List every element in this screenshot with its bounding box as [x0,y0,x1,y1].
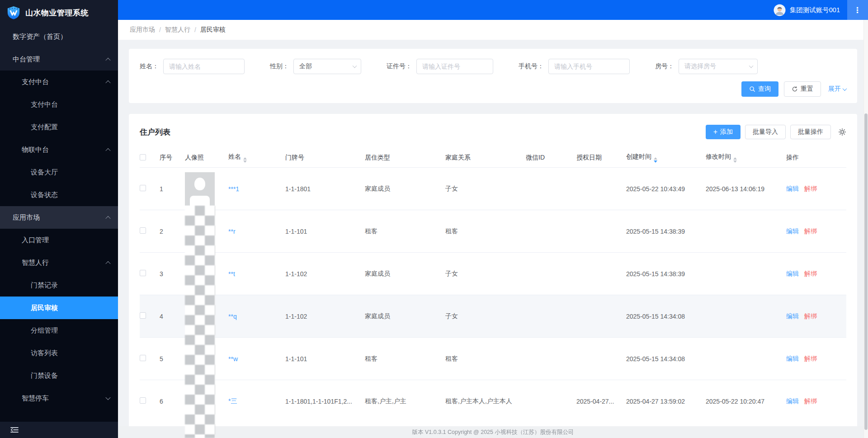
column-header-name[interactable]: 姓名 [228,153,285,163]
header-more-button[interactable]: ⋮ [847,0,868,20]
cell-family_relation: 租客,户主本人,户主本人 [445,397,526,405]
table-row: 2**r1-1-101租客租客2025-05-15 14:38:39编辑解绑 [140,210,846,252]
sidebar-item-access-devices[interactable]: 门禁设备 [0,364,118,387]
row-checkbox[interactable] [140,397,146,404]
sidebar-item-digital-assets-home[interactable]: 数字资产（首页） [0,25,118,48]
cell-actions: 编辑解绑 [786,270,846,278]
resident-name-link[interactable]: ***1 [228,185,239,193]
phone-filter-input[interactable] [548,59,630,74]
sidebar-item-payment-config[interactable]: 支付配置 [0,116,118,138]
room-filter-select[interactable]: 请选择房号 [679,59,758,74]
name-filter-input[interactable] [163,59,245,74]
expand-filters-link[interactable]: 展开 [828,85,846,93]
breadcrumb-item[interactable]: 智慧人行 [165,26,190,34]
column-label: 创建时间 [626,153,651,160]
search-icon [749,86,755,92]
row-checkbox[interactable] [140,227,146,234]
unbind-link[interactable]: 解绑 [804,270,817,277]
sidebar-item-device-status[interactable]: 设备状态 [0,184,118,206]
cell-residence_type: 租客 [365,227,445,235]
row-select-cell [140,355,160,363]
version-copyright-text: 版本 V1.0.3.1 Copyright @ 2025 小视科技（江苏）股份有… [412,429,574,436]
unbind-link[interactable]: 解绑 [804,227,817,235]
window-scrollbar[interactable] [863,20,868,438]
resident-name-link[interactable]: *三 [228,397,237,405]
unbind-link[interactable]: 解绑 [804,355,817,362]
cell-actions: 编辑解绑 [786,397,846,405]
cell-actions: 编辑解绑 [786,227,846,235]
column-header-created_at[interactable]: 创建时间 [626,153,706,163]
edit-link[interactable]: 编辑 [786,355,799,362]
sort-carets-icon[interactable] [243,157,247,163]
cert-filter-input[interactable] [416,59,493,74]
cell-name: **w [228,355,285,363]
collapse-menu-icon [10,426,19,433]
resident-name-link[interactable]: **r [228,228,236,235]
table-header-row: 序号人像照姓名门牌号居住类型家庭关系微信ID授权日期创建时间修改时间操作 [140,148,846,167]
edit-link[interactable]: 编辑 [786,227,799,235]
row-checkbox[interactable] [140,355,146,361]
sidebar-item-label: 居民审核 [31,304,58,312]
cert-filter-field: 证件号： [387,59,493,74]
select-all-checkbox[interactable] [140,154,146,160]
sidebar-item-app-market[interactable]: 应用市场 [0,206,118,229]
scrollbar-thumb[interactable] [864,113,868,430]
sidebar-item-payment-center[interactable]: 支付中台 [0,71,118,93]
sort-carets-icon[interactable] [733,157,737,163]
edit-link[interactable]: 编辑 [786,185,799,192]
sidebar-item-entrance-mgmt[interactable]: 入口管理 [0,229,118,251]
cell-residence_type: 租客 [365,355,445,363]
sidebar-item-iot-center[interactable]: 物联中台 [0,138,118,161]
edit-link[interactable]: 编辑 [786,270,799,277]
column-header-updated_at[interactable]: 修改时间 [706,153,786,163]
table-row: 6*三1-1-1801,1-1-101F1,2...租客,户主,户主租客,户主本… [140,380,846,422]
search-button[interactable]: 查询 [741,81,778,97]
sidebar-item-middle-platform[interactable]: 中台管理 [0,48,118,71]
sort-carets-icon[interactable] [654,157,657,163]
batch-operate-button[interactable]: 批量操作 [790,125,831,139]
resident-name-link[interactable]: **w [228,355,238,363]
column-header-family_relation: 家庭关系 [445,154,526,162]
add-button[interactable]: + 添加 [706,125,741,139]
edit-link[interactable]: 编辑 [786,397,799,405]
sidebar-item-smart-parking[interactable]: 智慧停车 [0,387,118,410]
unbind-link[interactable]: 解绑 [804,397,817,405]
gender-filter-label: 性别： [270,62,289,71]
resident-list-panel: 住户列表 + 添加 批量导入 批量操作 [129,114,857,430]
cell-door: 1-1-102 [285,270,365,278]
unbind-link[interactable]: 解绑 [804,312,817,320]
row-checkbox[interactable] [140,185,146,191]
sidebar-item-visitor-list[interactable]: 访客列表 [0,342,118,364]
sidebar-item-label: 支付中台 [31,100,58,109]
edit-link[interactable]: 编辑 [786,312,799,320]
batch-import-button[interactable]: 批量导入 [745,125,786,139]
row-select-cell [140,397,160,405]
unbind-link[interactable]: 解绑 [804,185,817,192]
refresh-icon [792,86,798,92]
filter-fields-row: 姓名：性别：全部证件号：手机号：房号：请选择房号 [140,59,846,74]
resident-name-link[interactable]: **q [228,313,237,320]
row-checkbox[interactable] [140,270,146,276]
breadcrumb-item[interactable]: 应用市场 [130,26,155,34]
cell-family_relation: 子女 [445,312,526,320]
resident-name-link[interactable]: **t [228,270,235,278]
sidebar-item-device-hall[interactable]: 设备大厅 [0,161,118,184]
table-settings-button[interactable] [838,128,846,136]
sidebar-item-group-mgmt[interactable]: 分组管理 [0,319,118,342]
breadcrumb-item: 居民审核 [200,26,226,34]
sidebar-item-access-records[interactable]: 门禁记录 [0,274,118,297]
user-avatar-icon [774,4,786,16]
sidebar-item-payment-center-sub[interactable]: 支付中台 [0,93,118,116]
cell-name: **t [228,270,285,278]
gender-filter-select[interactable]: 全部 [293,59,361,74]
plus-icon: + [713,128,717,136]
sidebar-item-smart-pedestrian[interactable]: 智慧人行 [0,251,118,274]
row-select-cell [140,312,160,320]
row-checkbox[interactable] [140,312,146,319]
room-filter-label: 房号： [655,62,674,71]
account-menu[interactable]: 集团测试账号001 [774,4,840,16]
sidebar-item-resident-review[interactable]: 居民审核 [0,297,118,319]
page-footer: 版本 V1.0.3.1 Copyright @ 2025 小视科技（江苏）股份有… [118,426,868,438]
reset-button[interactable]: 重置 [784,81,821,97]
sidebar-collapse-button[interactable] [0,422,118,438]
